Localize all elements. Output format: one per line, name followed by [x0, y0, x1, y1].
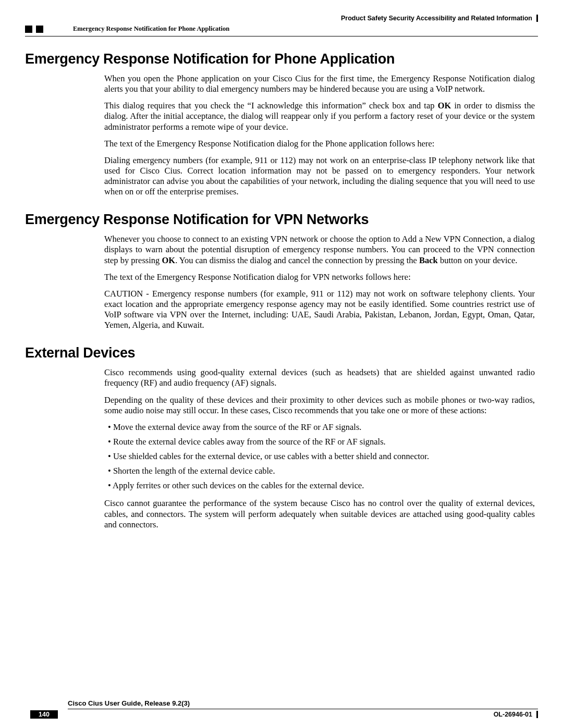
- page-number: 140: [30, 710, 58, 719]
- body-vpn: Whenever you choose to connect to an exi…: [104, 234, 535, 330]
- list-item: Route the external device cables away fr…: [114, 437, 535, 447]
- bullet-list: Move the external device away from the s…: [104, 422, 535, 491]
- paragraph: Cisco recommends using good-quality exte…: [104, 367, 535, 388]
- list-item: Use shielded cables for the external dev…: [114, 451, 535, 462]
- header-section-title: Emergency Response Notification for Phon…: [73, 25, 229, 33]
- page: Product Safety Security Accessibility an…: [0, 0, 563, 728]
- paragraph: The text of the Emergency Response Notif…: [104, 139, 535, 149]
- section-external-devices: External Devices Cisco recommends using …: [25, 345, 538, 530]
- paragraph: Dialing emergency numbers (for example, …: [104, 155, 535, 198]
- paragraph: When you open the Phone application on y…: [104, 73, 535, 94]
- paragraph: CAUTION - Emergency response numbers (fo…: [104, 289, 535, 331]
- header-chapter-title: Product Safety Security Accessibility an…: [279, 15, 538, 22]
- paragraph: Whenever you choose to connect to an exi…: [104, 234, 535, 265]
- header-rule: [25, 36, 538, 36]
- heading-external: External Devices: [25, 345, 538, 361]
- running-header: Product Safety Security Accessibility an…: [25, 15, 538, 22]
- heading-vpn: Emergency Response Notification for VPN …: [25, 212, 538, 228]
- paragraph: The text of the Emergency Response Notif…: [104, 272, 535, 282]
- list-item: Shorten the length of the external devic…: [114, 466, 535, 476]
- section-vpn: Emergency Response Notification for VPN …: [25, 212, 538, 330]
- section-phone: Emergency Response Notification for Phon…: [25, 51, 538, 197]
- body-external: Cisco recommends using good-quality exte…: [104, 367, 535, 530]
- body-phone: When you open the Phone application on y…: [104, 73, 535, 197]
- heading-phone: Emergency Response Notification for Phon…: [25, 51, 538, 67]
- paragraph: This dialog requires that you check the …: [104, 101, 535, 132]
- black-square-icon: [36, 26, 43, 33]
- doc-id: OL-26946-01: [494, 711, 538, 718]
- page-footer: Cisco Cius User Guide, Release 9.2(3) 14…: [25, 698, 538, 719]
- paragraph: Depending on the quality of these device…: [104, 395, 535, 416]
- black-square-icon: [25, 26, 32, 33]
- footer-guide-title: Cisco Cius User Guide, Release 9.2(3): [68, 699, 190, 707]
- paragraph: Cisco cannot guarantee the performance o…: [104, 498, 535, 529]
- section-indicator: Emergency Response Notification for Phon…: [25, 25, 538, 33]
- list-item: Apply ferrites or other such devices on …: [114, 480, 535, 491]
- list-item: Move the external device away from the s…: [114, 422, 535, 433]
